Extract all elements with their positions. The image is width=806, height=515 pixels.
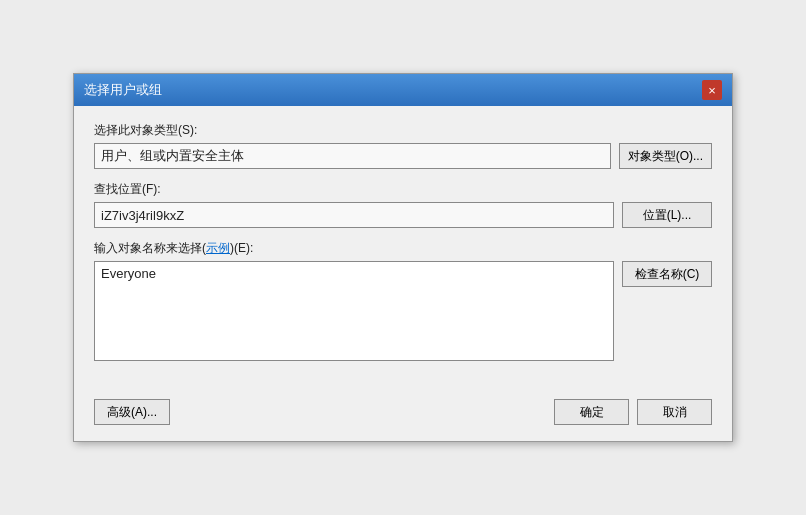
input-name-group: 输入对象名称来选择(示例)(E): Everyone 检查名称(C) xyxy=(94,240,712,361)
input-name-label: 输入对象名称来选择(示例)(E): xyxy=(94,240,712,257)
location-input[interactable] xyxy=(94,202,614,228)
dialog-overlay: 选择用户或组 × 选择此对象类型(S): 对象类型(O)... 查找位置(F):… xyxy=(0,0,806,515)
object-type-row: 对象类型(O)... xyxy=(94,143,712,169)
close-button[interactable]: × xyxy=(702,80,722,100)
object-type-button[interactable]: 对象类型(O)... xyxy=(619,143,712,169)
object-type-group: 选择此对象类型(S): 对象类型(O)... xyxy=(94,122,712,169)
dialog-titlebar: 选择用户或组 × xyxy=(74,74,732,106)
object-type-label: 选择此对象类型(S): xyxy=(94,122,712,139)
select-user-dialog: 选择用户或组 × 选择此对象类型(S): 对象类型(O)... 查找位置(F):… xyxy=(73,73,733,442)
object-type-input[interactable] xyxy=(94,143,611,169)
check-name-button[interactable]: 检查名称(C) xyxy=(622,261,712,287)
dialog-footer: 高级(A)... 确定 取消 xyxy=(74,389,732,441)
location-label: 查找位置(F): xyxy=(94,181,712,198)
location-group: 查找位置(F): 位置(L)... xyxy=(94,181,712,228)
footer-left: 高级(A)... xyxy=(94,399,170,425)
input-name-label-suffix: (E): xyxy=(234,241,253,255)
footer-right: 确定 取消 xyxy=(554,399,712,425)
advanced-button[interactable]: 高级(A)... xyxy=(94,399,170,425)
input-name-textarea[interactable]: Everyone xyxy=(94,261,614,361)
cancel-button[interactable]: 取消 xyxy=(637,399,712,425)
input-name-row: Everyone 检查名称(C) xyxy=(94,261,712,361)
ok-button[interactable]: 确定 xyxy=(554,399,629,425)
dialog-body: 选择此对象类型(S): 对象类型(O)... 查找位置(F): 位置(L)...… xyxy=(74,106,732,389)
dialog-title: 选择用户或组 xyxy=(84,81,162,99)
location-button[interactable]: 位置(L)... xyxy=(622,202,712,228)
location-row: 位置(L)... xyxy=(94,202,712,228)
input-name-example-link[interactable]: 示例 xyxy=(206,241,230,255)
input-name-label-prefix: 输入对象名称来选择 xyxy=(94,241,202,255)
